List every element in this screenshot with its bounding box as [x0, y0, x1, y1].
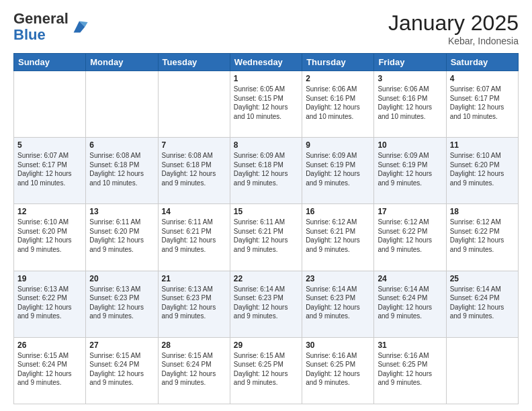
weekday-header: Sunday: [14, 54, 86, 71]
calendar-cell: 14Sunrise: 6:11 AMSunset: 6:21 PMDayligh…: [158, 204, 230, 271]
day-number: 6: [89, 140, 154, 150]
cell-info: Sunrise: 6:06 AMSunset: 6:16 PMDaylight:…: [306, 85, 370, 121]
logo-blue: Blue: [13, 26, 46, 43]
location: Kebar, Indonesia: [388, 36, 519, 46]
calendar-cell: 27Sunrise: 6:15 AMSunset: 6:24 PMDayligh…: [86, 337, 158, 404]
calendar-cell: 20Sunrise: 6:13 AMSunset: 6:23 PMDayligh…: [86, 271, 158, 337]
day-number: 4: [450, 74, 515, 83]
day-number: 8: [234, 140, 298, 150]
cell-info: Sunrise: 6:14 AMSunset: 6:24 PMDaylight:…: [450, 285, 515, 321]
day-number: 29: [234, 340, 298, 350]
cell-info: Sunrise: 6:10 AMSunset: 6:20 PMDaylight:…: [17, 218, 82, 254]
page: General Blue January 2025 Kebar, Indones…: [0, 0, 532, 411]
cell-info: Sunrise: 6:09 AMSunset: 6:19 PMDaylight:…: [306, 151, 370, 187]
cell-info: Sunrise: 6:07 AMSunset: 6:17 PMDaylight:…: [450, 85, 515, 121]
calendar-cell: 15Sunrise: 6:11 AMSunset: 6:21 PMDayligh…: [230, 204, 302, 271]
day-number: 5: [17, 140, 82, 150]
weekday-header: Saturday: [446, 54, 518, 71]
calendar-cell: 22Sunrise: 6:14 AMSunset: 6:23 PMDayligh…: [230, 271, 302, 337]
calendar-cell: 7Sunrise: 6:08 AMSunset: 6:18 PMDaylight…: [158, 138, 230, 204]
logo-general: General: [13, 10, 69, 27]
day-number: 2: [306, 74, 370, 83]
weekday-header: Monday: [86, 54, 158, 71]
calendar-cell: 13Sunrise: 6:11 AMSunset: 6:20 PMDayligh…: [86, 204, 158, 271]
calendar-cell: [446, 337, 518, 404]
day-number: 21: [162, 274, 226, 283]
cell-info: Sunrise: 6:16 AMSunset: 6:25 PMDaylight:…: [378, 351, 442, 387]
calendar-cell: 16Sunrise: 6:12 AMSunset: 6:21 PMDayligh…: [302, 204, 374, 271]
cell-info: Sunrise: 6:07 AMSunset: 6:17 PMDaylight:…: [17, 151, 82, 187]
calendar-cell: 21Sunrise: 6:13 AMSunset: 6:23 PMDayligh…: [158, 271, 230, 337]
cell-info: Sunrise: 6:10 AMSunset: 6:20 PMDaylight:…: [450, 151, 515, 187]
calendar-cell: 9Sunrise: 6:09 AMSunset: 6:19 PMDaylight…: [302, 138, 374, 204]
day-number: 23: [306, 274, 370, 283]
day-number: 9: [306, 140, 370, 150]
logo: General Blue: [13, 11, 89, 43]
calendar-cell: 12Sunrise: 6:10 AMSunset: 6:20 PMDayligh…: [14, 204, 86, 271]
cell-info: Sunrise: 6:16 AMSunset: 6:25 PMDaylight:…: [306, 351, 370, 387]
weekday-header: Friday: [374, 54, 446, 71]
day-number: 11: [450, 140, 515, 150]
cell-info: Sunrise: 6:13 AMSunset: 6:22 PMDaylight:…: [17, 285, 82, 321]
calendar-cell: [158, 71, 230, 138]
day-number: 28: [162, 340, 226, 350]
calendar-cell: 3Sunrise: 6:06 AMSunset: 6:16 PMDaylight…: [374, 71, 446, 138]
calendar-cell: 31Sunrise: 6:16 AMSunset: 6:25 PMDayligh…: [374, 337, 446, 404]
weekday-header: Tuesday: [158, 54, 230, 71]
day-number: 14: [162, 207, 226, 216]
calendar-cell: [14, 71, 86, 138]
calendar-cell: 26Sunrise: 6:15 AMSunset: 6:24 PMDayligh…: [14, 337, 86, 404]
day-number: 12: [17, 207, 82, 216]
day-number: 30: [306, 340, 370, 350]
cell-info: Sunrise: 6:12 AMSunset: 6:22 PMDaylight:…: [450, 218, 515, 254]
cell-info: Sunrise: 6:15 AMSunset: 6:24 PMDaylight:…: [89, 351, 154, 387]
cell-info: Sunrise: 6:08 AMSunset: 6:18 PMDaylight:…: [89, 151, 154, 187]
calendar-cell: 28Sunrise: 6:15 AMSunset: 6:24 PMDayligh…: [158, 337, 230, 404]
calendar-cell: 29Sunrise: 6:15 AMSunset: 6:25 PMDayligh…: [230, 337, 302, 404]
day-number: 16: [306, 207, 370, 216]
cell-info: Sunrise: 6:11 AMSunset: 6:20 PMDaylight:…: [89, 218, 154, 254]
cell-info: Sunrise: 6:11 AMSunset: 6:21 PMDaylight:…: [162, 218, 226, 254]
cell-info: Sunrise: 6:14 AMSunset: 6:23 PMDaylight:…: [306, 285, 370, 321]
calendar-cell: 8Sunrise: 6:09 AMSunset: 6:18 PMDaylight…: [230, 138, 302, 204]
cell-info: Sunrise: 6:13 AMSunset: 6:23 PMDaylight:…: [162, 285, 226, 321]
day-number: 27: [89, 340, 154, 350]
cell-info: Sunrise: 6:15 AMSunset: 6:24 PMDaylight:…: [17, 351, 82, 387]
calendar-cell: 2Sunrise: 6:06 AMSunset: 6:16 PMDaylight…: [302, 71, 374, 138]
weekday-header: Thursday: [302, 54, 374, 71]
cell-info: Sunrise: 6:11 AMSunset: 6:21 PMDaylight:…: [234, 218, 298, 254]
day-number: 20: [89, 274, 154, 283]
calendar-cell: 25Sunrise: 6:14 AMSunset: 6:24 PMDayligh…: [446, 271, 518, 337]
cell-info: Sunrise: 6:05 AMSunset: 6:15 PMDaylight:…: [234, 85, 298, 121]
day-number: 1: [234, 74, 298, 83]
calendar-cell: 24Sunrise: 6:14 AMSunset: 6:24 PMDayligh…: [374, 271, 446, 337]
day-number: 15: [234, 207, 298, 216]
cell-info: Sunrise: 6:12 AMSunset: 6:22 PMDaylight:…: [378, 218, 442, 254]
day-number: 25: [450, 274, 515, 283]
cell-info: Sunrise: 6:15 AMSunset: 6:25 PMDaylight:…: [234, 351, 298, 387]
calendar-cell: 17Sunrise: 6:12 AMSunset: 6:22 PMDayligh…: [374, 204, 446, 271]
cell-info: Sunrise: 6:06 AMSunset: 6:16 PMDaylight:…: [378, 85, 442, 121]
logo-text: General Blue: [13, 11, 69, 43]
day-number: 24: [378, 274, 442, 283]
calendar-cell: 4Sunrise: 6:07 AMSunset: 6:17 PMDaylight…: [446, 71, 518, 138]
day-number: 3: [378, 74, 442, 83]
calendar-cell: 10Sunrise: 6:09 AMSunset: 6:19 PMDayligh…: [374, 138, 446, 204]
day-number: 10: [378, 140, 442, 150]
calendar-cell: [86, 71, 158, 138]
cell-info: Sunrise: 6:08 AMSunset: 6:18 PMDaylight:…: [162, 151, 226, 187]
cell-info: Sunrise: 6:15 AMSunset: 6:24 PMDaylight:…: [162, 351, 226, 387]
calendar-table: SundayMondayTuesdayWednesdayThursdayFrid…: [13, 53, 519, 404]
day-number: 22: [234, 274, 298, 283]
header: General Blue January 2025 Kebar, Indones…: [13, 11, 519, 46]
calendar-cell: 6Sunrise: 6:08 AMSunset: 6:18 PMDaylight…: [86, 138, 158, 204]
day-number: 17: [378, 207, 442, 216]
calendar-cell: 11Sunrise: 6:10 AMSunset: 6:20 PMDayligh…: [446, 138, 518, 204]
calendar-cell: 19Sunrise: 6:13 AMSunset: 6:22 PMDayligh…: [14, 271, 86, 337]
cell-info: Sunrise: 6:14 AMSunset: 6:24 PMDaylight:…: [378, 285, 442, 321]
day-number: 19: [17, 274, 82, 283]
calendar-cell: 30Sunrise: 6:16 AMSunset: 6:25 PMDayligh…: [302, 337, 374, 404]
cell-info: Sunrise: 6:13 AMSunset: 6:23 PMDaylight:…: [89, 285, 154, 321]
month-title: January 2025: [388, 11, 519, 36]
cell-info: Sunrise: 6:14 AMSunset: 6:23 PMDaylight:…: [234, 285, 298, 321]
